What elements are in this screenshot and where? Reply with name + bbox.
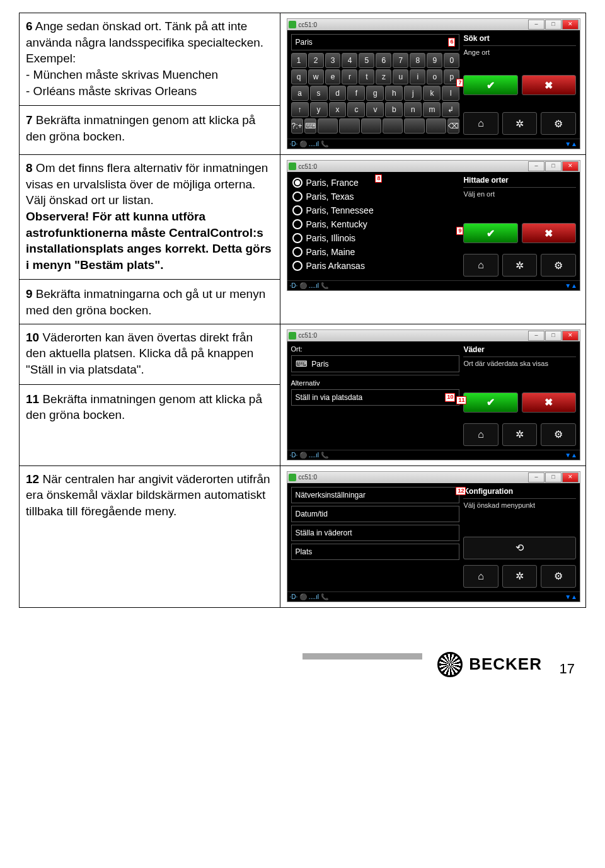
fan-icon[interactable]: ✲ (502, 423, 538, 446)
onscreen-keyboard[interactable]: 1234567890qwertzuiopasdfghjkl↑yxcvbnm↲?:… (291, 53, 460, 134)
key-5[interactable]: 5 (359, 53, 374, 68)
screenshot-weather: cc51:0 – □ ✕ Ort: ⌨ Paris Alternativ Stä… (280, 324, 585, 465)
home-icon[interactable]: ⌂ (463, 423, 498, 446)
marker-11: 11 (456, 396, 466, 404)
key-m[interactable]: m (423, 102, 441, 117)
key-space[interactable] (426, 118, 446, 134)
city-option[interactable]: Paris, Maine (291, 245, 460, 259)
key-u[interactable]: u (393, 69, 408, 84)
key-g[interactable]: g (366, 86, 384, 101)
key-8[interactable]: 8 (410, 53, 425, 68)
fan-icon[interactable]: ✲ (502, 254, 538, 277)
city-option[interactable]: Paris, Illinois (291, 231, 460, 245)
gear-icon[interactable]: ⚙ (541, 423, 576, 446)
key-6[interactable]: 6 (376, 53, 391, 68)
fan-icon[interactable]: ✲ (502, 565, 538, 588)
key-h[interactable]: h (385, 86, 403, 101)
panel-heading: Sök ort (463, 34, 576, 46)
key-f[interactable]: f (347, 86, 365, 101)
panel-heading: 12 Konfiguration (463, 487, 576, 499)
radio-icon (292, 178, 302, 188)
key-space[interactable] (318, 118, 338, 134)
keyboard-icon: ⌨ (296, 359, 308, 368)
home-icon[interactable]: ⌂ (463, 254, 498, 277)
panel-heading: Hittade orter (463, 176, 576, 188)
window-title: cc51:0 (299, 21, 527, 28)
key-r[interactable]: r (342, 69, 357, 84)
key-a[interactable]: a (291, 86, 309, 101)
key-e[interactable]: e (325, 69, 341, 84)
confirm-button[interactable]: 7 (463, 75, 517, 95)
ort-value-button[interactable]: ⌨ Paris (291, 355, 460, 372)
screenshot-keyboard: cc51:0 – □ ✕ Paris 6 1234567890qwertzuio… (280, 13, 585, 155)
maximize-button[interactable]: □ (545, 20, 562, 30)
key-z[interactable]: z (376, 69, 391, 84)
menu-item[interactable]: Nätverksinställningar (291, 487, 460, 503)
key-j[interactable]: j (404, 86, 422, 101)
key-s[interactable]: s (310, 86, 328, 101)
key-↑[interactable]: ↑ (291, 102, 309, 117)
key-c[interactable]: c (347, 102, 365, 117)
key-n[interactable]: n (404, 102, 422, 117)
step8-9-text: 8 Om det finns flera alternativ för inma… (20, 155, 280, 324)
cancel-button[interactable] (522, 75, 576, 95)
marker-7: 7 (456, 79, 463, 87)
key-9[interactable]: 9 (427, 53, 442, 68)
cancel-button[interactable] (522, 223, 576, 243)
screenshot-list: cc51:0 – □ ✕ 8 Paris, FranceParis, Texas… (280, 155, 585, 324)
cancel-button[interactable] (522, 392, 576, 413)
marker-10: 10 (445, 393, 455, 402)
key-space[interactable] (339, 118, 359, 134)
city-option[interactable]: Paris, Tennessee (291, 203, 460, 217)
key-o[interactable]: o (427, 69, 442, 84)
home-icon[interactable]: ⌂ (463, 565, 498, 588)
key-7[interactable]: 7 (393, 53, 408, 68)
city-option[interactable]: Paris, Texas (291, 190, 460, 203)
key-3[interactable]: 3 (325, 53, 341, 68)
key-t[interactable]: t (359, 69, 374, 84)
key-⌨[interactable]: ⌨ (304, 118, 316, 134)
key-l[interactable]: l (442, 86, 459, 101)
menu-item[interactable]: Plats (291, 544, 460, 560)
key-1[interactable]: 1 (291, 53, 307, 68)
key-b[interactable]: b (385, 102, 403, 117)
marker-12: 12 (456, 487, 466, 495)
key-x[interactable]: x (329, 102, 347, 117)
set-via-location-button[interactable]: Ställ in via platsdata 10 (291, 389, 460, 406)
confirm-button[interactable]: 11 (463, 392, 517, 413)
key-k[interactable]: k (423, 86, 441, 101)
key-y[interactable]: y (310, 102, 328, 117)
key-0[interactable]: 0 (444, 53, 459, 68)
key-2[interactable]: 2 (308, 53, 324, 68)
app-icon (289, 21, 296, 28)
key-↲[interactable]: ↲ (442, 102, 459, 117)
gear-icon[interactable]: ⚙ (541, 254, 576, 277)
key-d[interactable]: d (329, 86, 347, 101)
key-w[interactable]: w (308, 69, 324, 84)
key-space[interactable] (361, 118, 381, 134)
back-button[interactable]: ⟲ (463, 537, 576, 559)
gear-icon[interactable]: ⚙ (541, 112, 576, 135)
key-v[interactable]: v (366, 102, 384, 117)
city-input[interactable]: Paris 6 (291, 34, 460, 50)
menu-item[interactable]: Ställa in väderort (291, 525, 460, 541)
window-titlebar: cc51:0 – □ ✕ (287, 19, 580, 30)
fan-icon[interactable]: ✲ (502, 112, 538, 135)
home-icon[interactable]: ⌂ (463, 112, 498, 135)
key-i[interactable]: i (410, 69, 425, 84)
marker-6: 6 (448, 38, 455, 47)
gear-icon[interactable]: ⚙ (541, 565, 576, 588)
city-option[interactable]: Paris, Kentucky (291, 217, 460, 231)
key-space[interactable] (383, 118, 403, 134)
close-button[interactable]: ✕ (562, 20, 579, 30)
key-q[interactable]: q (291, 69, 307, 84)
confirm-button[interactable]: 9 (463, 223, 517, 243)
key-space[interactable] (404, 118, 424, 134)
menu-item[interactable]: Datum/tid (291, 506, 460, 522)
key-⌫[interactable]: ⌫ (447, 118, 459, 134)
city-option[interactable]: Paris Arkansas (291, 259, 460, 273)
page-footer: BECKER 17 (19, 646, 586, 683)
key-4[interactable]: 4 (342, 53, 357, 68)
minimize-button[interactable]: – (528, 20, 544, 30)
key-?:+[interactable]: ?:+ (291, 118, 303, 134)
